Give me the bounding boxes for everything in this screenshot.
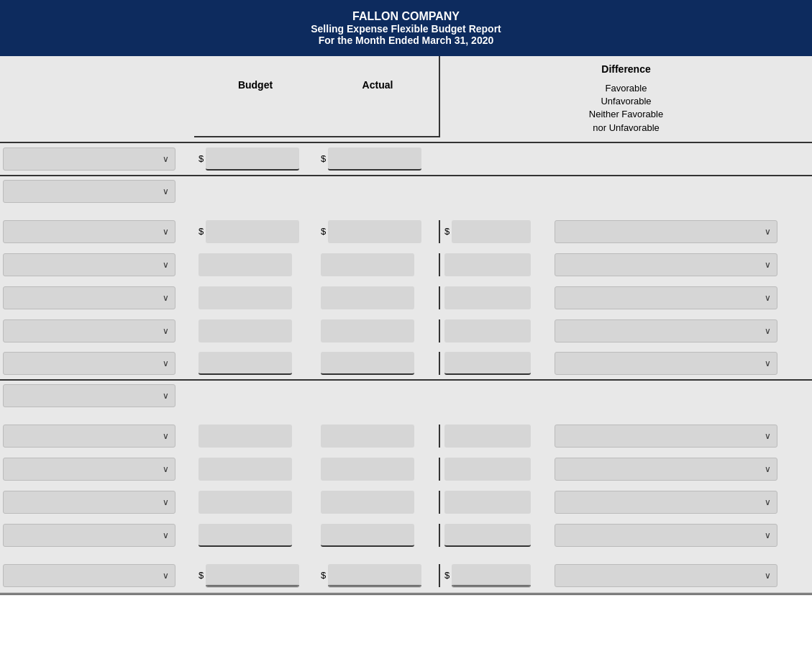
actual-input[interactable]: [321, 458, 414, 481]
chevron-down-icon: ∨: [765, 293, 771, 303]
diff-total-input[interactable]: [452, 564, 531, 587]
diff-type-dropdown[interactable]: ∨: [555, 524, 777, 547]
diff-total-cell: $: [439, 564, 550, 587]
diff-type-dropdown[interactable]: ∨: [555, 491, 777, 514]
label-dropdown[interactable]: ∨: [3, 458, 175, 481]
chevron-down-icon: ∨: [163, 186, 169, 196]
diff-type-dropdown[interactable]: ∨: [555, 352, 777, 375]
diff-type-dropdown[interactable]: ∨: [555, 253, 777, 276]
sub-header-row: Budget Actual Favorable Unfavorable Neit…: [0, 79, 812, 143]
budget-input[interactable]: [199, 524, 292, 547]
diff-type-dropdown[interactable]: ∨: [555, 220, 777, 243]
actual-input[interactable]: [321, 319, 414, 342]
row-label-cell: ∨: [0, 148, 194, 171]
actual-input[interactable]: [321, 425, 414, 448]
actual-input[interactable]: [328, 148, 421, 171]
dollar-sign-actual: $: [321, 226, 326, 237]
label-dropdown[interactable]: ∨: [3, 491, 175, 514]
actual-input[interactable]: [321, 524, 414, 547]
diff-value-cell: [439, 458, 550, 481]
table-row: ∨ ∨: [0, 486, 812, 519]
diff-type-total-dropdown[interactable]: ∨: [555, 564, 777, 587]
budget-input-cell: [194, 491, 316, 514]
diff-type-cell: ∨: [550, 220, 812, 243]
actual-input-cell: [316, 319, 439, 342]
budget-input[interactable]: [199, 491, 292, 514]
spacer: [0, 207, 812, 215]
label-dropdown[interactable]: ∨: [3, 524, 175, 547]
diff-type-dropdown[interactable]: ∨: [555, 458, 777, 481]
diff-type-cell: ∨: [550, 458, 812, 481]
diff-value-cell: $: [439, 220, 550, 243]
budget-input[interactable]: [199, 286, 292, 309]
diff-input[interactable]: [444, 253, 531, 276]
label-dropdown[interactable]: ∨: [3, 352, 175, 375]
report-date: For the Month Ended March 31, 2020: [7, 35, 805, 46]
spacer: [0, 552, 812, 561]
actual-input[interactable]: [321, 352, 414, 375]
budget-input-cell: [194, 425, 316, 448]
diff-input[interactable]: [444, 458, 531, 481]
table-row: ∨ $ $ $ ∨: [0, 215, 812, 248]
chevron-down-icon: ∨: [163, 326, 169, 336]
actual-input[interactable]: [328, 220, 421, 243]
table-row: ∨ ∨: [0, 453, 812, 486]
chevron-down-icon: ∨: [765, 227, 771, 237]
row-label-cell: ∨: [0, 286, 194, 309]
chevron-down-icon: ∨: [765, 571, 771, 581]
budget-input[interactable]: [206, 148, 299, 171]
label-dropdown[interactable]: ∨: [3, 319, 175, 342]
label-dropdown[interactable]: ∨: [3, 180, 175, 203]
diff-type-cell: ∨: [550, 253, 812, 276]
diff-input[interactable]: [444, 352, 531, 375]
chevron-down-icon: ∨: [765, 326, 771, 336]
budget-input[interactable]: [199, 319, 292, 342]
chevron-down-icon: ∨: [765, 530, 771, 540]
diff-type-cell: ∨: [550, 352, 812, 375]
budget-input[interactable]: [206, 220, 299, 243]
row-label-cell: ∨: [0, 491, 194, 514]
table-row: ∨ ∨: [0, 314, 812, 348]
diff-input[interactable]: [452, 220, 531, 243]
actual-input[interactable]: [321, 286, 414, 309]
label-dropdown[interactable]: ∨: [3, 253, 175, 276]
spacer: [0, 411, 812, 419]
dollar-sign: $: [199, 226, 204, 237]
budget-input[interactable]: [199, 253, 292, 276]
diff-type-dropdown[interactable]: ∨: [555, 286, 777, 309]
budget-input[interactable]: [199, 458, 292, 481]
report-header: FALLON COMPANY Selling Expense Flexible …: [0, 0, 812, 56]
dollar-sign: $: [199, 153, 204, 164]
diff-input[interactable]: [444, 286, 531, 309]
diff-input[interactable]: [444, 425, 531, 448]
actual-input-cell: [316, 352, 439, 375]
budget-input[interactable]: [199, 352, 292, 375]
row-label-cell: ∨: [0, 458, 194, 481]
table-row: ∨ ∨: [0, 281, 812, 314]
difference-label: Difference: [439, 56, 812, 79]
difference-header-row: Difference: [0, 56, 812, 79]
label-dropdown[interactable]: ∨: [3, 564, 175, 587]
chevron-down-icon: ∨: [163, 464, 169, 474]
budget-total-input[interactable]: [206, 564, 299, 587]
diff-input[interactable]: [444, 319, 531, 342]
diff-type-dropdown[interactable]: ∨: [555, 425, 777, 448]
actual-input[interactable]: [321, 491, 414, 514]
chevron-down-icon: ∨: [163, 227, 169, 237]
actual-total-input[interactable]: [328, 564, 421, 587]
diff-value-cell: [439, 253, 550, 276]
actual-input[interactable]: [321, 253, 414, 276]
budget-input[interactable]: [199, 425, 292, 448]
label-dropdown[interactable]: ∨: [3, 384, 175, 407]
dollar-sign-diff: $: [444, 570, 450, 581]
label-dropdown[interactable]: ∨: [3, 286, 175, 309]
label-dropdown[interactable]: ∨: [3, 220, 175, 243]
budget-input-cell: [194, 524, 316, 547]
diff-input[interactable]: [444, 491, 531, 514]
diff-type-dropdown[interactable]: ∨: [555, 319, 777, 342]
label-dropdown[interactable]: ∨: [3, 148, 175, 171]
diff-input[interactable]: [444, 524, 531, 547]
table-row: ∨: [0, 176, 812, 207]
row-label-cell: ∨: [0, 180, 194, 203]
label-dropdown[interactable]: ∨: [3, 425, 175, 448]
